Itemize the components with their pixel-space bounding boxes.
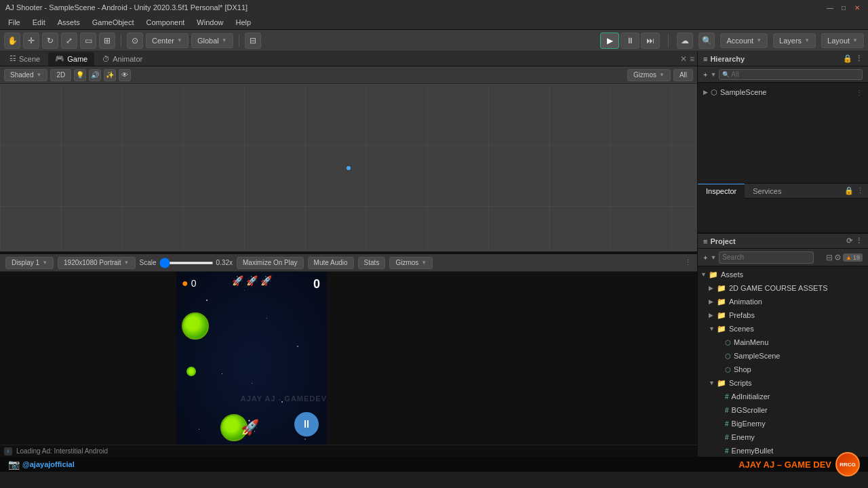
- scene-menu-btn[interactable]: ⋮: [856, 89, 863, 96]
- add-project-btn[interactable]: +: [703, 253, 707, 262]
- pause-circle-btn[interactable]: ⏸: [294, 412, 319, 436]
- layers-label: Layers: [779, 37, 802, 45]
- tab-inspector[interactable]: Inspector: [698, 184, 745, 199]
- hidden-btn[interactable]: 👁: [119, 69, 131, 81]
- game-content[interactable]: 0 ● 0 🚀 🚀 🚀 🚀: [0, 272, 697, 457]
- enemy-1: [182, 312, 209, 340]
- badge-icon: ▲: [846, 254, 852, 261]
- tree-assets[interactable]: ▼ 📁 Assets: [698, 268, 868, 281]
- rect-tool[interactable]: ▭: [80, 33, 96, 49]
- game-toolbar: Display 1 ▼ 1920x1080 Portrait ▼ Scale 0…: [0, 254, 697, 272]
- panel-menu-btn[interactable]: ≡: [690, 54, 694, 64]
- scale-label: Scale: [140, 259, 157, 266]
- layout-btn[interactable]: Layout ▼: [821, 33, 864, 48]
- menu-help[interactable]: Help: [230, 17, 256, 28]
- menu-file[interactable]: File: [3, 17, 26, 28]
- resolution-dropdown[interactable]: 1920x1080 Portrait ▼: [58, 257, 135, 269]
- project-menu-btn[interactable]: ⋮: [855, 237, 863, 245]
- panel-options: ✕ ≡: [680, 54, 694, 64]
- hierarchy-menu-btn[interactable]: ⋮: [855, 54, 863, 63]
- tree-samplescene[interactable]: ▶ ⬡ SampleScene: [698, 349, 868, 363]
- tree-scenes[interactable]: ▼ 📁 Scenes: [698, 322, 868, 336]
- search-btn[interactable]: 🔍: [698, 33, 715, 49]
- inspector-menu-btn[interactable]: ⋮: [856, 186, 864, 195]
- settings-btn[interactable]: ⚙: [834, 253, 842, 262]
- game-options: ⋮: [684, 258, 692, 267]
- prefabs-label: Prefabs: [729, 311, 755, 319]
- hierarchy-title: Hierarchy: [710, 55, 745, 63]
- mute-btn[interactable]: Mute Audio: [308, 257, 354, 269]
- project-dropdown-btn[interactable]: ▼: [710, 254, 716, 261]
- scenes-label: Scenes: [729, 325, 754, 333]
- tree-AdInitializer[interactable]: ▶ # AdInitializer: [698, 390, 868, 403]
- close-btn[interactable]: ✕: [852, 2, 863, 13]
- all-btn[interactable]: All: [673, 69, 693, 81]
- tree-Enemy[interactable]: ▶ # Enemy: [698, 430, 868, 444]
- step-button[interactable]: ⏭: [641, 33, 660, 49]
- tab-game[interactable]: 🎮 Game: [48, 52, 94, 66]
- scale-slider[interactable]: [159, 262, 214, 264]
- layers-btn[interactable]: Layers ▼: [773, 33, 816, 48]
- hierarchy-controls: 🔒 ⋮: [843, 54, 863, 63]
- maximize-btn[interactable]: Maximize On Play: [237, 257, 304, 269]
- scene-view[interactable]: Shaded ▼ 2D 💡 🔊 ✨ 👁 Gizmos ▼ All: [0, 66, 697, 251]
- list-view-btn[interactable]: ⊟: [826, 253, 833, 262]
- tab-animator[interactable]: ⏱ Animator: [96, 52, 149, 66]
- tree-animation[interactable]: ▶ 📁 Animation: [698, 295, 868, 308]
- display-dropdown[interactable]: Display 1 ▼: [5, 257, 54, 269]
- grid-btn[interactable]: ⊟: [245, 33, 261, 49]
- minimize-btn[interactable]: —: [825, 2, 835, 13]
- center-btn[interactable]: Center ▼: [146, 33, 189, 48]
- scale-tool[interactable]: ⤢: [61, 33, 77, 49]
- maximize-btn[interactable]: □: [838, 2, 849, 13]
- tree-2d-assets[interactable]: ▶ 📁 2D GAME COURSE ASSETS: [698, 281, 868, 295]
- menu-window[interactable]: Window: [191, 17, 229, 28]
- tree-BGScroller[interactable]: ▶ # BGScroller: [698, 403, 868, 417]
- audio-btn[interactable]: 🔊: [89, 69, 101, 81]
- transform-tool[interactable]: ⊞: [99, 33, 115, 49]
- tab-services[interactable]: Services: [745, 184, 789, 199]
- ss-icon: ⬡: [725, 352, 731, 360]
- play-button[interactable]: ▶: [600, 33, 619, 49]
- stats-btn[interactable]: Stats: [358, 257, 386, 269]
- gizmos-game-btn[interactable]: Gizmos ▼: [389, 257, 433, 269]
- pause-button[interactable]: ⏸: [620, 33, 639, 49]
- menu-component[interactable]: Component: [140, 17, 190, 28]
- scene-icon: ☷: [9, 54, 16, 63]
- collab-btn[interactable]: ☁: [677, 33, 693, 49]
- menu-edit[interactable]: Edit: [27, 17, 51, 28]
- project-search[interactable]: [719, 251, 814, 264]
- Enemy-icon: #: [725, 434, 729, 441]
- tree-scripts[interactable]: ▼ 📁 Scripts: [698, 376, 868, 390]
- shading-arrow: ▼: [36, 72, 41, 78]
- inspector-lock-btn[interactable]: 🔒: [844, 186, 854, 195]
- move-tool[interactable]: ✛: [23, 33, 39, 49]
- hierarchy-dropdown-btn[interactable]: ▼: [710, 71, 716, 78]
- game-menu-btn[interactable]: ⋮: [684, 258, 692, 266]
- rotate-tool[interactable]: ↻: [42, 33, 58, 49]
- menu-gameobject[interactable]: GameObject: [87, 17, 140, 28]
- hierarchy-lock-btn[interactable]: 🔒: [843, 54, 852, 63]
- tree-shop-scene[interactable]: ▶ ⬡ Shop: [698, 363, 868, 376]
- tab-scene[interactable]: ☷ Scene: [3, 52, 47, 66]
- add-hierarchy-btn[interactable]: +: [703, 70, 707, 79]
- close-panel-btn[interactable]: ✕: [680, 54, 687, 64]
- shading-dropdown[interactable]: Shaded ▼: [4, 69, 47, 81]
- gizmos-btn[interactable]: Gizmos ▼: [627, 69, 671, 81]
- fx-btn[interactable]: ✨: [104, 69, 116, 81]
- tree-mainmenu-scene[interactable]: ▶ ⬡ MainMenu: [698, 336, 868, 349]
- project-refresh-btn[interactable]: ⟳: [846, 237, 852, 245]
- global-btn[interactable]: Global ▼: [191, 33, 233, 48]
- mode-2d-btn[interactable]: 2D: [50, 69, 71, 81]
- hierarchy-scene-item[interactable]: ▶ ⬡ SampleScene ⋮: [698, 85, 868, 99]
- hierarchy-search[interactable]: 🔍 All: [719, 69, 863, 80]
- tree-prefabs[interactable]: ▶ 📁 Prefabs: [698, 308, 868, 322]
- menu-assets[interactable]: Assets: [52, 17, 85, 28]
- pivot-btn[interactable]: ⊙: [127, 33, 143, 49]
- hand-tool[interactable]: ✋: [4, 33, 20, 49]
- shop-label: Shop: [734, 365, 751, 373]
- tree-BigEnemy[interactable]: ▶ # BigEnemy: [698, 417, 868, 430]
- lighting-btn[interactable]: 💡: [74, 69, 86, 81]
- scene-label: Scene: [19, 55, 40, 63]
- account-btn[interactable]: Account ▼: [720, 33, 768, 48]
